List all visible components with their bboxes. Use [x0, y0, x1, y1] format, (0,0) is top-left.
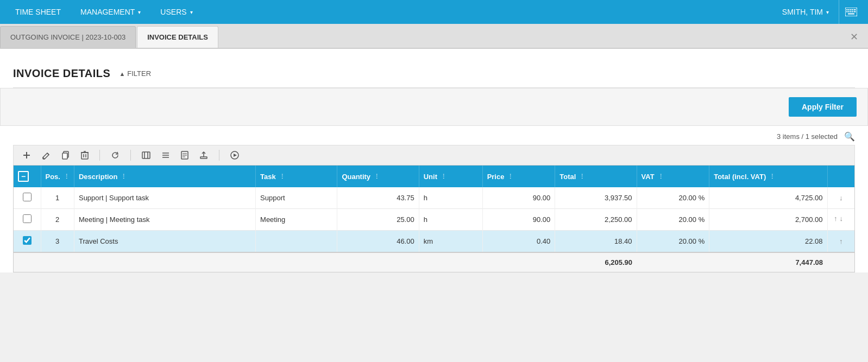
col-description-label: Description [79, 173, 118, 181]
toolbar-separator-3 [219, 150, 219, 161]
col-total-label: Total [559, 173, 576, 181]
th-select-all[interactable]: − [14, 166, 41, 187]
export-button[interactable] [197, 150, 210, 161]
nav-management-chevron: ▾ [138, 9, 141, 15]
table-scroll[interactable]: − Pos. ⋮ Description ⋮ [14, 166, 854, 272]
footer-empty [14, 252, 555, 272]
row2-task: Meeting [256, 209, 337, 231]
columns-button[interactable] [140, 150, 153, 161]
col-quantity-label: Quantity [342, 173, 370, 181]
nav-timesheet[interactable]: TIME SHEET [5, 0, 71, 24]
copy-button[interactable] [59, 150, 72, 161]
tab-close-button[interactable]: ✕ [845, 26, 864, 48]
svg-rect-1 [846, 9, 848, 10]
row2-total: 2,250.00 [555, 209, 637, 231]
col-vat-menu-icon[interactable]: ⋮ [658, 173, 664, 180]
refresh-button[interactable] [109, 150, 122, 161]
row1-checkbox-cell[interactable] [14, 187, 41, 209]
nav-management[interactable]: MANAGEMENT ▾ [71, 0, 150, 24]
select-all-checkbox[interactable]: − [18, 171, 29, 182]
search-icon[interactable]: 🔍 [844, 131, 855, 142]
row3-description: Travel Costs [74, 231, 255, 253]
filter-label: FILTER [127, 69, 151, 78]
col-task-menu-icon[interactable]: ⋮ [279, 173, 285, 180]
items-summary: 3 items / 1 selected [777, 132, 838, 141]
row2-unit: h [419, 209, 482, 231]
row2-checkbox[interactable] [23, 214, 32, 223]
keyboard-icon[interactable] [839, 0, 863, 24]
nav-users-label: USERS [160, 8, 186, 16]
delete-icon [81, 151, 89, 160]
add-button[interactable] [20, 150, 33, 161]
th-description: Description ⋮ [74, 166, 255, 187]
col-total-vat-label: Total (incl. VAT) [714, 173, 766, 181]
row3-checkbox[interactable] [23, 236, 32, 245]
table-footer-row: 6,205.90 7,447.08 [14, 252, 854, 272]
svg-rect-19 [81, 153, 88, 159]
col-price-menu-icon[interactable]: ⋮ [507, 173, 513, 180]
top-navigation: TIME SHEET MANAGEMENT ▾ USERS ▾ SMITH, T… [0, 0, 868, 24]
invoice-table: − Pos. ⋮ Description ⋮ [14, 166, 854, 272]
row1-pos: 1 [41, 187, 74, 209]
row3-total-vat: 22.08 [709, 231, 827, 253]
row2-arrows[interactable]: ↑ ↓ [828, 209, 850, 228]
col-pos-label: Pos. [46, 173, 60, 181]
nav-users[interactable]: USERS ▾ [150, 0, 202, 24]
toolbar-separator-1 [99, 150, 100, 161]
row2-total-vat: 2,700.00 [709, 209, 827, 231]
col-total-vat-menu-icon[interactable]: ⋮ [769, 173, 775, 180]
row3-arrow-up[interactable]: ↑ [827, 231, 854, 253]
items-bar: 3 items / 1 selected 🔍 [13, 126, 855, 145]
col-total-menu-icon[interactable]: ⋮ [579, 173, 585, 180]
row2-checkbox-cell[interactable] [14, 209, 41, 231]
delete-button[interactable] [79, 150, 91, 161]
document-button[interactable] [179, 150, 191, 161]
row3-price: 0.40 [482, 231, 555, 253]
nav-management-label: MANAGEMENT [80, 8, 135, 16]
columns-icon [142, 151, 150, 160]
row1-total-vat: 4,725.00 [709, 187, 827, 209]
row3-total: 18.40 [555, 231, 637, 253]
footer-vat-empty [637, 252, 709, 272]
list-button[interactable] [159, 150, 172, 161]
row2-arrow-up[interactable]: ↑ [834, 214, 838, 223]
tab-invoice-details[interactable]: INVOICE DETAILS [137, 26, 218, 48]
filter-toggle[interactable]: ▲ FILTER [119, 69, 151, 78]
tab-outgoing-invoice-label: OUTGOING INVOICE | 2023-10-003 [10, 33, 125, 41]
add-icon [22, 151, 31, 160]
row3-pos: 3 [41, 231, 74, 253]
toolbar [13, 145, 855, 165]
col-task-label: Task [260, 173, 276, 181]
col-quantity-menu-icon[interactable]: ⋮ [374, 173, 380, 180]
row1-checkbox[interactable] [23, 193, 32, 201]
svg-line-14 [47, 153, 49, 155]
apply-filter-button[interactable]: Apply Filter [789, 97, 857, 117]
row1-arrow-down[interactable]: ↓ [827, 187, 854, 209]
user-name: SMITH, TIM [782, 8, 823, 16]
edit-button[interactable] [40, 150, 53, 161]
row3-checkbox-cell[interactable] [14, 231, 41, 253]
row2-quantity: 25.00 [337, 209, 419, 231]
row3-quantity: 46.00 [337, 231, 419, 253]
footer-actions-empty [827, 252, 854, 272]
th-unit: Unit ⋮ [419, 166, 482, 187]
row3-unit: km [419, 231, 482, 253]
app-title: TIME SHEET [15, 8, 61, 16]
th-total: Total ⋮ [555, 166, 637, 187]
nav-users-chevron: ▾ [190, 9, 193, 15]
th-vat: VAT ⋮ [637, 166, 709, 187]
svg-rect-34 [200, 157, 207, 158]
edit-icon [42, 151, 51, 160]
col-unit-menu-icon[interactable]: ⋮ [441, 173, 446, 180]
th-actions [827, 166, 854, 187]
col-pos-menu-icon[interactable]: ⋮ [64, 173, 70, 180]
row2-arrow-down[interactable]: ↓ [840, 214, 844, 223]
tab-outgoing-invoice[interactable]: OUTGOING INVOICE | 2023-10-003 [0, 26, 136, 48]
svg-rect-10 [854, 11, 856, 12]
svg-rect-8 [850, 11, 852, 12]
document-icon [181, 151, 188, 160]
nav-user[interactable]: SMITH, TIM ▾ [772, 0, 839, 24]
play-button[interactable] [228, 150, 241, 161]
col-description-menu-icon[interactable]: ⋮ [121, 173, 127, 180]
table-row: 1 Support | Support task Support 43.75 h… [14, 187, 854, 209]
